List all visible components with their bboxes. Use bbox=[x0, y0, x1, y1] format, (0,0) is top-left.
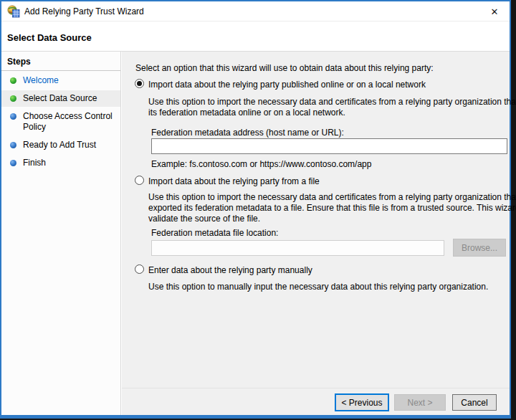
step-pending-bullet-icon bbox=[10, 160, 16, 166]
step-welcome: Welcome bbox=[1, 72, 120, 89]
metadata-address-example: Example: fs.contoso.com or https://www.c… bbox=[151, 159, 371, 169]
step-choose-access-control-policy: Choose Access Control Policy bbox=[1, 108, 120, 135]
radio-import-file-label[interactable]: Import data about the relying party from… bbox=[148, 176, 320, 186]
main-content: Select an option that this wizard will u… bbox=[122, 52, 510, 388]
steps-title: Steps bbox=[1, 52, 120, 71]
close-icon[interactable]: ✕ bbox=[482, 1, 507, 22]
metadata-file-input bbox=[151, 240, 444, 256]
radio-import-online[interactable] bbox=[135, 79, 144, 88]
adfs-wizard-icon bbox=[7, 5, 20, 18]
radio-enter-manually-label[interactable]: Enter data about the relying party manua… bbox=[148, 265, 312, 275]
step-pending-bullet-icon bbox=[10, 113, 16, 120]
step-finish: Finish bbox=[1, 155, 120, 171]
window-title: Add Relying Party Trust Wizard bbox=[24, 6, 144, 16]
radio-import-file[interactable] bbox=[135, 176, 144, 185]
cancel-button[interactable]: Cancel bbox=[452, 394, 497, 411]
radio-enter-manually[interactable] bbox=[135, 264, 144, 274]
step-ready-to-add-trust: Ready to Add Trust bbox=[1, 137, 120, 153]
option-file-description: Use this option to import the necessary … bbox=[148, 192, 516, 224]
step-label: Select Data Source bbox=[23, 93, 97, 104]
page-title: Select Data Source bbox=[7, 32, 92, 43]
metadata-address-input[interactable] bbox=[151, 138, 507, 154]
step-select-data-source: Select Data Source bbox=[1, 90, 120, 107]
next-button: Next > bbox=[394, 394, 446, 411]
intro-text: Select an option that this wizard will u… bbox=[135, 63, 434, 73]
radio-import-online-label[interactable]: Import data about the relying party publ… bbox=[148, 80, 426, 90]
page-heading: Select Data Source bbox=[1, 22, 510, 52]
step-pending-bullet-icon bbox=[10, 142, 16, 148]
title-bar: Add Relying Party Trust Wizard ✕ bbox=[1, 1, 510, 22]
step-label: Ready to Add Trust bbox=[23, 140, 96, 151]
metadata-address-label: Federation metadata address (host name o… bbox=[151, 128, 344, 138]
step-label: Finish bbox=[23, 158, 46, 168]
wizard-window: Add Relying Party Trust Wizard ✕ Select … bbox=[0, 0, 511, 419]
steps-sidebar: Steps Welcome Select Data Source Choose … bbox=[1, 52, 121, 415]
step-done-bullet-icon bbox=[10, 77, 16, 84]
screen: Add Relying Party Trust Wizard ✕ Select … bbox=[0, 0, 516, 420]
wizard-button-bar: < Previous Next > Cancel bbox=[122, 388, 510, 415]
option-online-description: Use this option to import the necessary … bbox=[148, 97, 516, 118]
option-manual-description: Use this option to manually input the ne… bbox=[148, 282, 488, 292]
step-label: Welcome bbox=[23, 75, 59, 86]
browse-button: Browse... bbox=[453, 239, 506, 257]
step-label: Choose Access Control Policy bbox=[23, 111, 116, 133]
previous-button[interactable]: < Previous bbox=[335, 393, 389, 411]
metadata-file-label: Federation metadata file location: bbox=[151, 228, 278, 238]
step-done-bullet-icon bbox=[10, 95, 16, 102]
